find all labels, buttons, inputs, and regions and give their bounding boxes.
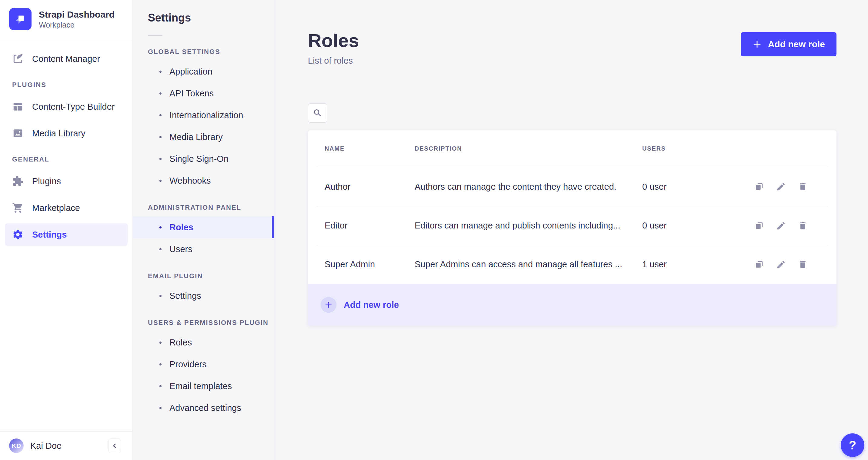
delete-icon[interactable] bbox=[798, 221, 808, 231]
subnav-section-users-permissions-plugin: USERS & PERMISSIONS PLUGIN Roles Provide… bbox=[133, 319, 274, 419]
table-row-editor[interactable]: Editor Editors can manage and publish co… bbox=[317, 206, 827, 245]
sidebar-item-label: Settings bbox=[32, 230, 67, 240]
sidebar-item-label: Plugins bbox=[32, 176, 61, 186]
bullet-icon bbox=[159, 180, 161, 182]
add-new-role-label: Add new role bbox=[768, 39, 825, 50]
role-users-count: 0 user bbox=[642, 221, 750, 231]
plugins-icon bbox=[12, 176, 24, 187]
sidebar-item-label: Marketplace bbox=[32, 203, 80, 213]
subnav-item-advanced-settings[interactable]: Advanced settings bbox=[133, 397, 274, 419]
roles-table: NAME DESCRIPTION USERS Author Authors ca… bbox=[308, 130, 836, 326]
column-header-users: USERS bbox=[642, 145, 750, 152]
sidebar-item-label: Content Manager bbox=[32, 54, 100, 64]
subnav-item-media-library[interactable]: Media Library bbox=[133, 126, 274, 148]
app-title: Strapi Dashboard bbox=[39, 9, 115, 20]
row-actions bbox=[750, 182, 820, 191]
collapse-sidebar-button[interactable] bbox=[108, 438, 121, 453]
sidebar-item-marketplace[interactable]: Marketplace bbox=[5, 197, 128, 219]
subnav-section-global-settings: GLOBAL SETTINGS Application API Tokens I… bbox=[133, 48, 274, 191]
table-footer-add-role[interactable]: Add new role bbox=[308, 284, 836, 326]
bullet-icon bbox=[159, 385, 161, 387]
subnav-item-label: Advanced settings bbox=[169, 403, 241, 413]
help-button[interactable]: ? bbox=[841, 433, 864, 457]
bullet-icon bbox=[159, 92, 161, 95]
role-users-count: 1 user bbox=[642, 259, 750, 269]
edit-icon[interactable] bbox=[776, 260, 786, 269]
workspace-name: Workplace bbox=[39, 21, 115, 29]
bullet-icon bbox=[159, 407, 161, 409]
subnav-item-email-settings[interactable]: Settings bbox=[133, 285, 274, 307]
subnav-item-label: API Tokens bbox=[169, 89, 214, 98]
row-actions bbox=[750, 221, 820, 231]
subnav-item-providers[interactable]: Providers bbox=[133, 353, 274, 375]
duplicate-icon[interactable] bbox=[754, 182, 764, 191]
subnav-item-application[interactable]: Application bbox=[133, 61, 274, 83]
subnav-item-api-tokens[interactable]: API Tokens bbox=[133, 83, 274, 104]
bullet-icon bbox=[159, 114, 161, 116]
bullet-icon bbox=[159, 248, 161, 250]
brand-text: Strapi Dashboard Workplace bbox=[39, 9, 115, 30]
sidebar-item-plugins[interactable]: Plugins bbox=[5, 170, 128, 192]
delete-icon[interactable] bbox=[798, 260, 808, 269]
sidebar-item-media-library[interactable]: Media Library bbox=[5, 122, 128, 145]
bullet-icon bbox=[159, 341, 161, 344]
brand[interactable]: Strapi Dashboard Workplace bbox=[0, 0, 132, 39]
divider bbox=[148, 35, 162, 36]
duplicate-icon[interactable] bbox=[754, 260, 764, 269]
role-name: Super Admin bbox=[324, 259, 414, 269]
page-subtitle: List of roles bbox=[308, 56, 359, 66]
avatar[interactable]: KD bbox=[9, 438, 24, 453]
main-nav: Content Manager PLUGINS Content-Type Bui… bbox=[0, 39, 132, 246]
media-library-icon bbox=[12, 128, 24, 139]
subnav-item-label: Roles bbox=[169, 222, 193, 233]
bullet-icon bbox=[159, 295, 161, 297]
sidebar-item-content-manager[interactable]: Content Manager bbox=[5, 48, 128, 70]
subnav-item-label: Roles bbox=[169, 338, 192, 347]
subnav-item-label: Media Library bbox=[169, 132, 223, 142]
sidebar-item-content-type-builder[interactable]: Content-Type Builder bbox=[5, 95, 128, 118]
duplicate-icon[interactable] bbox=[754, 221, 764, 231]
subnav-item-webhooks[interactable]: Webhooks bbox=[133, 170, 274, 191]
role-description: Authors can manage the content they have… bbox=[414, 182, 642, 192]
subnav-item-label: Settings bbox=[169, 291, 201, 301]
bullet-icon bbox=[159, 363, 161, 365]
plus-circle-icon bbox=[321, 297, 336, 313]
chevron-left-icon bbox=[111, 442, 119, 450]
table-row-author[interactable]: Author Authors can manage the content th… bbox=[317, 167, 827, 206]
role-users-count: 0 user bbox=[642, 182, 750, 192]
main-content: Roles List of roles Add new role NAME DE… bbox=[274, 0, 868, 460]
add-new-role-button[interactable]: Add new role bbox=[741, 32, 836, 56]
nav-section-general: GENERAL bbox=[5, 155, 128, 163]
edit-icon[interactable] bbox=[776, 221, 786, 231]
user-row: KD Kai Doe bbox=[0, 431, 132, 460]
active-indicator bbox=[272, 216, 274, 238]
subnav-item-single-sign-on[interactable]: Single Sign-On bbox=[133, 148, 274, 170]
subnav-item-label: Webhooks bbox=[169, 176, 211, 186]
table-header-row: NAME DESCRIPTION USERS bbox=[317, 130, 827, 167]
edit-icon[interactable] bbox=[776, 182, 786, 191]
subnav-item-label: Users bbox=[169, 244, 192, 254]
sidebar-item-settings[interactable]: Settings bbox=[5, 223, 128, 246]
subnav-section-email-plugin: EMAIL PLUGIN Settings bbox=[133, 272, 274, 307]
role-name: Editor bbox=[324, 221, 414, 231]
subnav-item-roles-active[interactable]: Roles bbox=[133, 216, 274, 238]
subnav-title: Settings bbox=[133, 0, 274, 24]
bullet-icon bbox=[159, 226, 161, 228]
column-header-name: NAME bbox=[324, 145, 414, 152]
subnav-item-users[interactable]: Users bbox=[133, 238, 274, 260]
user-name: Kai Doe bbox=[30, 441, 108, 451]
subnav-item-up-roles[interactable]: Roles bbox=[133, 332, 274, 353]
content-type-builder-icon bbox=[12, 101, 24, 113]
sidebar-item-label: Content-Type Builder bbox=[32, 102, 115, 112]
role-description: Super Admins can access and manage all f… bbox=[414, 259, 642, 269]
settings-subnav: Settings GLOBAL SETTINGS Application API… bbox=[133, 0, 274, 460]
subnav-item-internationalization[interactable]: Internationalization bbox=[133, 104, 274, 126]
table-row-super-admin[interactable]: Super Admin Super Admins can access and … bbox=[317, 245, 827, 284]
column-header-description: DESCRIPTION bbox=[414, 145, 642, 152]
subnav-item-label: Single Sign-On bbox=[169, 154, 228, 164]
subnav-item-label: Internationalization bbox=[169, 110, 243, 120]
delete-icon[interactable] bbox=[798, 182, 808, 191]
search-button[interactable] bbox=[308, 103, 327, 123]
nav-section-plugins: PLUGINS bbox=[5, 81, 128, 89]
subnav-item-email-templates[interactable]: Email templates bbox=[133, 375, 274, 397]
